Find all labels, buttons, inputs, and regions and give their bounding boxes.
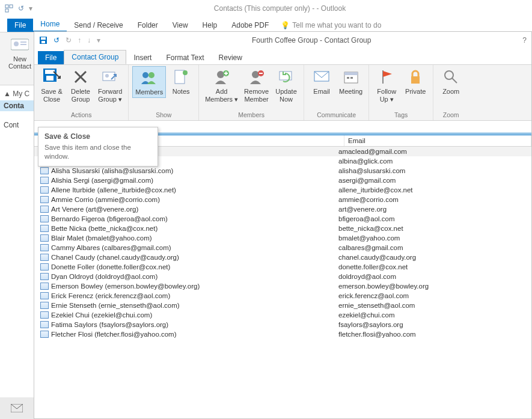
member-row[interactable]: Blair Malet (bmalet@yahoo.com)bmalet@yah… [34, 233, 531, 243]
nav-selected-folder[interactable]: Conta [0, 100, 34, 111]
member-row[interactable]: Bernardo Figeroa (bfigeroa@aol.com)bfige… [34, 214, 531, 224]
member-row[interactable]: Ammie Corrio (ammie@corrio.com)ammie@cor… [34, 195, 531, 204]
save-icon[interactable] [39, 36, 47, 44]
member-row[interactable]: Ezekiel Chui (ezekiel@chui.com)ezekiel@c… [34, 310, 531, 320]
cg-ribbon: Save & Close Delete Group Forward Group … [34, 64, 531, 121]
cg-tab-contact-group[interactable]: Contact Group [64, 50, 126, 64]
forward-group-button[interactable]: Forward Group ▾ [96, 66, 124, 104]
member-row[interactable]: Bette Nicka (bette_nicka@cox.net)bette_n… [34, 224, 531, 233]
remove-member-button[interactable]: Remove Member [242, 66, 271, 104]
svg-point-39 [445, 71, 453, 79]
follow-up-button[interactable]: Follow Up ▾ [373, 66, 400, 104]
notes-button[interactable]: Notes [167, 66, 195, 97]
contact-icon [40, 263, 49, 271]
member-email: bette_nicka@cox.net [338, 225, 531, 232]
group-show: Members Notes Show [129, 65, 199, 120]
member-row[interactable]: Fletcher Flosi (fletcher.flosi@yahoo.com… [34, 329, 531, 339]
svg-point-19 [142, 72, 148, 78]
svg-rect-5 [20, 41, 26, 43]
tab-adobe-pdf[interactable]: Adobe PDF [224, 19, 276, 32]
member-name: Fletcher Flosi (fletcher.flosi@yahoo.com… [51, 331, 338, 338]
member-email: bmalet@yahoo.com [338, 234, 531, 242]
svg-point-20 [148, 72, 154, 78]
svg-rect-9 [41, 37, 46, 40]
member-row[interactable]: Emerson Bowley (emerson.bowley@bowley.or… [34, 281, 531, 291]
member-row[interactable]: Alisha Slusarski (alisha@slusarski.com)a… [34, 166, 531, 176]
group-communicate: Email Meeting Communicate [304, 65, 369, 120]
svg-rect-33 [344, 72, 358, 75]
member-email: emerson.bowley@bowley.org [338, 283, 531, 290]
group-actions: Save & Close Delete Group Forward Group … [34, 65, 129, 120]
tab-folder[interactable]: Folder [130, 19, 165, 32]
col-header-email[interactable]: Email [344, 135, 531, 146]
member-name: Cammy Albares (calbares@gmail.com) [51, 244, 338, 251]
nav-folder[interactable]: Cont [0, 118, 34, 132]
member-row[interactable]: Fatima Saylors (fsaylors@saylors.org)fsa… [34, 320, 531, 329]
member-row[interactable]: Ernie Stenseth (ernie_stenseth@aol.com)e… [34, 301, 531, 310]
contact-icon [40, 215, 49, 222]
member-name: Erick Ferencz (erick.ferencz@aol.com) [51, 292, 338, 299]
member-row[interactable]: Art Venere (art@venere.org)art@venere.or… [34, 204, 531, 214]
cg-tab-file[interactable]: File [38, 51, 64, 64]
contact-icon [40, 234, 49, 242]
member-row[interactable]: Erick Ferencz (erick.ferencz@aol.com)eri… [34, 291, 531, 301]
member-row[interactable]: Allene Iturbide (allene_iturbide@cox.net… [34, 185, 531, 195]
contact-icon [40, 273, 49, 280]
up-arrow-icon[interactable]: ↑ [78, 36, 81, 44]
member-name: Dyan Oldroyd (doldroyd@aol.com) [51, 273, 338, 280]
member-email: doldroyd@aol.com [338, 273, 531, 280]
member-list[interactable]: amaclead@gmail.comAlbina Glick (albina@g… [34, 147, 531, 339]
member-row[interactable]: Donette Foller (donette.foller@cox.net)d… [34, 262, 531, 272]
meeting-button[interactable]: Meeting [337, 66, 365, 97]
member-email: calbares@gmail.com [338, 244, 531, 251]
member-row[interactable]: Alishia Sergi (asergi@gmail.com)asergi@g… [34, 176, 531, 185]
member-row[interactable]: Dyan Oldroyd (doldroyd@aol.com)doldroyd@… [34, 272, 531, 281]
tab-view[interactable]: View [165, 19, 195, 32]
member-name: Art Venere (art@venere.org) [51, 206, 338, 213]
contact-icon [40, 177, 49, 184]
tooltip-save-close: Save & Close Save this item and close th… [38, 127, 158, 167]
member-name: Ernie Stenseth (ernie_stenseth@aol.com) [51, 302, 338, 309]
forward-icon [100, 67, 120, 87]
svg-marker-37 [383, 71, 392, 77]
zoom-button[interactable]: Zoom [437, 66, 465, 97]
cg-tab-review[interactable]: Review [212, 51, 249, 64]
help-icon[interactable]: ? [522, 36, 527, 44]
nav-header[interactable]: ▲ My C [0, 87, 34, 100]
member-row[interactable]: Chanel Caudy (chanel.caudy@caudy.org)cha… [34, 252, 531, 262]
private-button[interactable]: Private [402, 66, 429, 97]
undo-icon[interactable]: ↺ [18, 4, 24, 13]
delete-group-button[interactable]: Delete Group [67, 66, 94, 104]
contact-icon [40, 283, 49, 290]
tab-send-receive[interactable]: Send / Receive [67, 19, 130, 32]
redo-icon[interactable]: ↻ [66, 36, 72, 44]
tell-me-search[interactable]: 💡 Tell me what you want to do [276, 19, 386, 32]
contact-group-window: ↺ ↻ ↑ ↓ ▾ Fourth Coffee Group - Contact … [34, 31, 532, 419]
undo-icon[interactable]: ↺ [54, 36, 60, 44]
update-now-button[interactable]: Update Now [272, 66, 300, 104]
member-name: Alishia Sergi (asergi@gmail.com) [51, 177, 338, 184]
svg-rect-13 [46, 76, 54, 81]
svg-point-4 [14, 41, 19, 46]
contact-icon [40, 331, 49, 338]
qat-icon[interactable] [5, 4, 13, 13]
down-arrow-icon[interactable]: ↓ [87, 36, 91, 44]
notes-icon [171, 67, 191, 87]
add-members-button[interactable]: Add Members ▾ [203, 66, 240, 104]
member-row[interactable]: Cammy Albares (calbares@gmail.com)calbar… [34, 243, 531, 252]
cg-tab-insert[interactable]: Insert [126, 51, 159, 64]
email-button[interactable]: Email [308, 66, 335, 97]
tab-help[interactable]: Help [195, 19, 225, 32]
svg-rect-0 [5, 5, 8, 8]
mail-nav-icon[interactable] [0, 397, 34, 419]
contact-icon [40, 302, 49, 309]
tab-home[interactable]: Home [33, 17, 67, 32]
members-button[interactable]: Members [132, 66, 166, 98]
svg-rect-1 [10, 5, 13, 8]
member-email: ernie_stenseth@aol.com [338, 302, 531, 309]
cg-tab-format-text[interactable]: Format Text [159, 51, 211, 64]
svg-rect-2 [5, 9, 8, 12]
tab-file[interactable]: File [7, 19, 33, 32]
new-contact-button[interactable]: New Contact [5, 35, 35, 70]
save-close-button[interactable]: Save & Close [38, 66, 66, 104]
